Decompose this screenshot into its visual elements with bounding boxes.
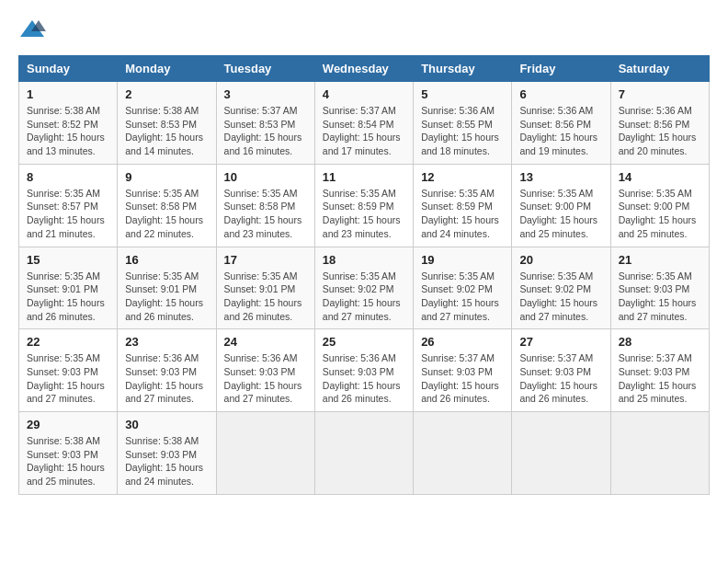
day-info: Sunrise: 5:35 AM Sunset: 9:02 PM Dayligh… [323,270,405,324]
day-number: 11 [323,170,405,184]
day-number: 29 [27,418,109,431]
day-info: Sunrise: 5:35 AM Sunset: 9:02 PM Dayligh… [519,270,602,324]
calendar-cell: 4 Sunrise: 5:37 AM Sunset: 8:54 PM Dayli… [314,82,413,165]
day-info: Sunrise: 5:35 AM Sunset: 9:00 PM Dayligh… [519,187,602,241]
day-number: 9 [125,170,208,184]
day-number: 23 [125,335,208,349]
calendar-cell: 20 Sunrise: 5:35 AM Sunset: 9:02 PM Dayl… [512,247,610,329]
day-info: Sunrise: 5:37 AM Sunset: 8:53 PM Dayligh… [224,104,307,158]
day-info: Sunrise: 5:36 AM Sunset: 9:03 PM Dayligh… [125,351,208,406]
column-header-sunday: Sunday [19,56,118,82]
day-info: Sunrise: 5:35 AM Sunset: 9:02 PM Dayligh… [421,270,504,324]
day-info: Sunrise: 5:35 AM Sunset: 9:01 PM Dayligh… [224,270,307,324]
calendar-cell: 1 Sunrise: 5:38 AM Sunset: 8:52 PM Dayli… [19,82,118,165]
calendar-cell: 27 Sunrise: 5:37 AM Sunset: 9:03 PM Dayl… [512,329,610,412]
column-header-wednesday: Wednesday [314,56,413,82]
day-number: 2 [125,87,208,101]
day-info: Sunrise: 5:35 AM Sunset: 8:59 PM Dayligh… [323,187,405,241]
day-number: 24 [224,335,307,349]
calendar-cell: 17 Sunrise: 5:35 AM Sunset: 9:01 PM Dayl… [216,247,314,329]
day-info: Sunrise: 5:35 AM Sunset: 9:03 PM Dayligh… [619,270,701,324]
calendar-cell: 23 Sunrise: 5:36 AM Sunset: 9:03 PM Dayl… [118,329,216,412]
day-info: Sunrise: 5:35 AM Sunset: 9:01 PM Dayligh… [27,270,109,324]
day-info: Sunrise: 5:35 AM Sunset: 8:59 PM Dayligh… [421,187,504,241]
calendar-cell: 3 Sunrise: 5:37 AM Sunset: 8:53 PM Dayli… [216,82,314,165]
day-number: 8 [27,170,109,184]
calendar-cell: 14 Sunrise: 5:35 AM Sunset: 9:00 PM Dayl… [610,164,709,247]
day-info: Sunrise: 5:36 AM Sunset: 8:56 PM Dayligh… [519,104,602,158]
calendar-cell [216,412,314,495]
calendar-cell: 24 Sunrise: 5:36 AM Sunset: 9:03 PM Dayl… [216,329,314,412]
day-info: Sunrise: 5:36 AM Sunset: 9:03 PM Dayligh… [323,351,405,406]
day-info: Sunrise: 5:38 AM Sunset: 9:03 PM Dayligh… [125,434,208,488]
day-info: Sunrise: 5:37 AM Sunset: 9:03 PM Dayligh… [519,351,602,406]
day-number: 28 [619,335,701,349]
day-number: 6 [519,87,602,101]
calendar-cell: 2 Sunrise: 5:38 AM Sunset: 8:53 PM Dayli… [118,82,216,165]
column-header-monday: Monday [118,56,216,82]
day-number: 10 [224,170,307,184]
day-number: 5 [421,87,504,101]
day-info: Sunrise: 5:35 AM Sunset: 8:58 PM Dayligh… [125,187,208,241]
calendar-cell [414,412,512,495]
calendar-week-row: 1 Sunrise: 5:38 AM Sunset: 8:52 PM Dayli… [19,82,710,165]
calendar-cell: 13 Sunrise: 5:35 AM Sunset: 9:00 PM Dayl… [512,164,610,247]
column-header-saturday: Saturday [610,56,709,82]
calendar-week-row: 8 Sunrise: 5:35 AM Sunset: 8:57 PM Dayli… [19,164,710,247]
day-number: 30 [125,418,208,431]
column-header-friday: Friday [512,56,610,82]
calendar-table: SundayMondayTuesdayWednesdayThursdayFrid… [18,55,710,495]
column-header-thursday: Thursday [414,56,512,82]
day-number: 14 [619,170,701,184]
calendar-cell: 19 Sunrise: 5:35 AM Sunset: 9:02 PM Dayl… [414,247,512,329]
day-info: Sunrise: 5:36 AM Sunset: 8:56 PM Dayligh… [619,104,701,158]
calendar-cell: 5 Sunrise: 5:36 AM Sunset: 8:55 PM Dayli… [414,82,512,165]
calendar-cell: 12 Sunrise: 5:35 AM Sunset: 8:59 PM Dayl… [414,164,512,247]
day-number: 25 [323,335,405,349]
day-number: 22 [27,335,109,349]
day-number: 18 [323,253,405,267]
calendar-header-row: SundayMondayTuesdayWednesdayThursdayFrid… [19,56,710,82]
calendar-cell [314,412,413,495]
calendar-week-row: 29 Sunrise: 5:38 AM Sunset: 9:03 PM Dayl… [19,412,710,495]
day-info: Sunrise: 5:37 AM Sunset: 9:03 PM Dayligh… [421,351,504,406]
calendar-cell [512,412,610,495]
calendar-cell: 15 Sunrise: 5:35 AM Sunset: 9:01 PM Dayl… [19,247,118,329]
day-info: Sunrise: 5:37 AM Sunset: 8:54 PM Dayligh… [323,104,405,158]
day-number: 16 [125,253,208,267]
page-header [18,18,710,40]
day-info: Sunrise: 5:36 AM Sunset: 9:03 PM Dayligh… [224,351,307,406]
day-number: 21 [619,253,701,267]
day-number: 20 [519,253,602,267]
day-number: 4 [323,87,405,101]
day-info: Sunrise: 5:38 AM Sunset: 9:03 PM Dayligh… [27,434,109,488]
day-number: 27 [519,335,602,349]
calendar-cell: 25 Sunrise: 5:36 AM Sunset: 9:03 PM Dayl… [314,329,413,412]
calendar-cell: 28 Sunrise: 5:37 AM Sunset: 9:03 PM Dayl… [610,329,709,412]
calendar-cell: 6 Sunrise: 5:36 AM Sunset: 8:56 PM Dayli… [512,82,610,165]
day-number: 13 [519,170,602,184]
calendar-cell: 26 Sunrise: 5:37 AM Sunset: 9:03 PM Dayl… [414,329,512,412]
day-info: Sunrise: 5:35 AM Sunset: 9:01 PM Dayligh… [125,270,208,324]
logo [18,18,50,40]
calendar-cell: 7 Sunrise: 5:36 AM Sunset: 8:56 PM Dayli… [610,82,709,165]
logo-icon [18,18,46,40]
day-number: 1 [27,87,109,101]
day-info: Sunrise: 5:35 AM Sunset: 9:00 PM Dayligh… [619,187,701,241]
day-info: Sunrise: 5:35 AM Sunset: 8:57 PM Dayligh… [27,187,109,241]
day-number: 3 [224,87,307,101]
calendar-cell: 9 Sunrise: 5:35 AM Sunset: 8:58 PM Dayli… [118,164,216,247]
calendar-week-row: 15 Sunrise: 5:35 AM Sunset: 9:01 PM Dayl… [19,247,710,329]
day-number: 17 [224,253,307,267]
day-info: Sunrise: 5:38 AM Sunset: 8:53 PM Dayligh… [125,104,208,158]
calendar-week-row: 22 Sunrise: 5:35 AM Sunset: 9:03 PM Dayl… [19,329,710,412]
calendar-cell: 11 Sunrise: 5:35 AM Sunset: 8:59 PM Dayl… [314,164,413,247]
day-number: 7 [619,87,701,101]
day-info: Sunrise: 5:38 AM Sunset: 8:52 PM Dayligh… [27,104,109,158]
day-info: Sunrise: 5:35 AM Sunset: 8:58 PM Dayligh… [224,187,307,241]
day-info: Sunrise: 5:35 AM Sunset: 9:03 PM Dayligh… [27,351,109,406]
day-info: Sunrise: 5:36 AM Sunset: 8:55 PM Dayligh… [421,104,504,158]
calendar-cell: 18 Sunrise: 5:35 AM Sunset: 9:02 PM Dayl… [314,247,413,329]
calendar-cell: 10 Sunrise: 5:35 AM Sunset: 8:58 PM Dayl… [216,164,314,247]
day-number: 15 [27,253,109,267]
